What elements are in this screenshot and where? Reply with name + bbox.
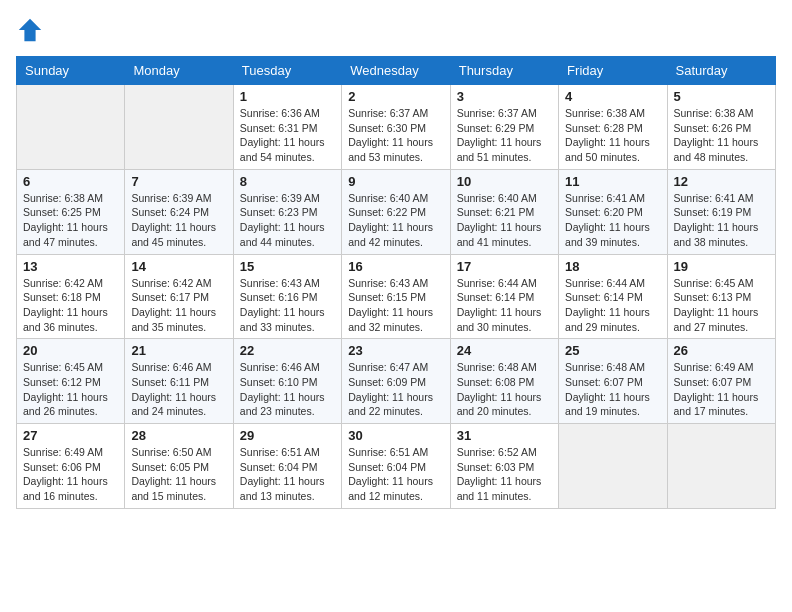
calendar-week-2: 6Sunrise: 6:38 AMSunset: 6:25 PMDaylight… bbox=[17, 169, 776, 254]
day-info: Sunrise: 6:41 AMSunset: 6:20 PMDaylight:… bbox=[565, 191, 660, 250]
calendar-cell: 8Sunrise: 6:39 AMSunset: 6:23 PMDaylight… bbox=[233, 169, 341, 254]
calendar-cell: 15Sunrise: 6:43 AMSunset: 6:16 PMDayligh… bbox=[233, 254, 341, 339]
day-number: 23 bbox=[348, 343, 443, 358]
day-info: Sunrise: 6:52 AMSunset: 6:03 PMDaylight:… bbox=[457, 445, 552, 504]
weekday-header-monday: Monday bbox=[125, 57, 233, 85]
calendar-cell bbox=[125, 85, 233, 170]
day-number: 19 bbox=[674, 259, 769, 274]
day-info: Sunrise: 6:48 AMSunset: 6:07 PMDaylight:… bbox=[565, 360, 660, 419]
calendar-cell: 30Sunrise: 6:51 AMSunset: 6:04 PMDayligh… bbox=[342, 424, 450, 509]
calendar-week-3: 13Sunrise: 6:42 AMSunset: 6:18 PMDayligh… bbox=[17, 254, 776, 339]
day-info: Sunrise: 6:37 AMSunset: 6:30 PMDaylight:… bbox=[348, 106, 443, 165]
day-info: Sunrise: 6:51 AMSunset: 6:04 PMDaylight:… bbox=[348, 445, 443, 504]
calendar-cell: 20Sunrise: 6:45 AMSunset: 6:12 PMDayligh… bbox=[17, 339, 125, 424]
day-number: 4 bbox=[565, 89, 660, 104]
day-info: Sunrise: 6:42 AMSunset: 6:17 PMDaylight:… bbox=[131, 276, 226, 335]
day-info: Sunrise: 6:47 AMSunset: 6:09 PMDaylight:… bbox=[348, 360, 443, 419]
day-number: 13 bbox=[23, 259, 118, 274]
calendar-cell: 31Sunrise: 6:52 AMSunset: 6:03 PMDayligh… bbox=[450, 424, 558, 509]
day-number: 10 bbox=[457, 174, 552, 189]
day-info: Sunrise: 6:40 AMSunset: 6:21 PMDaylight:… bbox=[457, 191, 552, 250]
day-info: Sunrise: 6:42 AMSunset: 6:18 PMDaylight:… bbox=[23, 276, 118, 335]
day-number: 12 bbox=[674, 174, 769, 189]
day-number: 21 bbox=[131, 343, 226, 358]
weekday-header-thursday: Thursday bbox=[450, 57, 558, 85]
calendar-cell: 7Sunrise: 6:39 AMSunset: 6:24 PMDaylight… bbox=[125, 169, 233, 254]
calendar-table: SundayMondayTuesdayWednesdayThursdayFrid… bbox=[16, 56, 776, 509]
day-info: Sunrise: 6:44 AMSunset: 6:14 PMDaylight:… bbox=[565, 276, 660, 335]
day-number: 18 bbox=[565, 259, 660, 274]
calendar-cell: 5Sunrise: 6:38 AMSunset: 6:26 PMDaylight… bbox=[667, 85, 775, 170]
day-number: 3 bbox=[457, 89, 552, 104]
day-number: 28 bbox=[131, 428, 226, 443]
logo-icon bbox=[16, 16, 44, 44]
calendar-cell: 2Sunrise: 6:37 AMSunset: 6:30 PMDaylight… bbox=[342, 85, 450, 170]
day-number: 25 bbox=[565, 343, 660, 358]
day-number: 27 bbox=[23, 428, 118, 443]
calendar-cell: 29Sunrise: 6:51 AMSunset: 6:04 PMDayligh… bbox=[233, 424, 341, 509]
weekday-header-sunday: Sunday bbox=[17, 57, 125, 85]
day-number: 2 bbox=[348, 89, 443, 104]
day-info: Sunrise: 6:49 AMSunset: 6:07 PMDaylight:… bbox=[674, 360, 769, 419]
day-info: Sunrise: 6:40 AMSunset: 6:22 PMDaylight:… bbox=[348, 191, 443, 250]
day-number: 22 bbox=[240, 343, 335, 358]
calendar-cell: 10Sunrise: 6:40 AMSunset: 6:21 PMDayligh… bbox=[450, 169, 558, 254]
calendar-cell: 3Sunrise: 6:37 AMSunset: 6:29 PMDaylight… bbox=[450, 85, 558, 170]
weekday-header-saturday: Saturday bbox=[667, 57, 775, 85]
day-info: Sunrise: 6:50 AMSunset: 6:05 PMDaylight:… bbox=[131, 445, 226, 504]
calendar-cell bbox=[17, 85, 125, 170]
day-number: 6 bbox=[23, 174, 118, 189]
calendar-week-4: 20Sunrise: 6:45 AMSunset: 6:12 PMDayligh… bbox=[17, 339, 776, 424]
day-number: 26 bbox=[674, 343, 769, 358]
day-number: 9 bbox=[348, 174, 443, 189]
calendar-cell: 13Sunrise: 6:42 AMSunset: 6:18 PMDayligh… bbox=[17, 254, 125, 339]
calendar-week-1: 1Sunrise: 6:36 AMSunset: 6:31 PMDaylight… bbox=[17, 85, 776, 170]
calendar-cell: 19Sunrise: 6:45 AMSunset: 6:13 PMDayligh… bbox=[667, 254, 775, 339]
day-number: 24 bbox=[457, 343, 552, 358]
calendar-cell: 4Sunrise: 6:38 AMSunset: 6:28 PMDaylight… bbox=[559, 85, 667, 170]
day-number: 8 bbox=[240, 174, 335, 189]
weekday-header-friday: Friday bbox=[559, 57, 667, 85]
calendar-cell: 23Sunrise: 6:47 AMSunset: 6:09 PMDayligh… bbox=[342, 339, 450, 424]
page-header bbox=[16, 16, 776, 44]
day-info: Sunrise: 6:37 AMSunset: 6:29 PMDaylight:… bbox=[457, 106, 552, 165]
logo bbox=[16, 16, 48, 44]
day-info: Sunrise: 6:39 AMSunset: 6:23 PMDaylight:… bbox=[240, 191, 335, 250]
day-info: Sunrise: 6:39 AMSunset: 6:24 PMDaylight:… bbox=[131, 191, 226, 250]
calendar-cell: 12Sunrise: 6:41 AMSunset: 6:19 PMDayligh… bbox=[667, 169, 775, 254]
calendar-week-5: 27Sunrise: 6:49 AMSunset: 6:06 PMDayligh… bbox=[17, 424, 776, 509]
day-number: 5 bbox=[674, 89, 769, 104]
calendar-cell: 17Sunrise: 6:44 AMSunset: 6:14 PMDayligh… bbox=[450, 254, 558, 339]
day-info: Sunrise: 6:36 AMSunset: 6:31 PMDaylight:… bbox=[240, 106, 335, 165]
weekday-header-wednesday: Wednesday bbox=[342, 57, 450, 85]
day-info: Sunrise: 6:48 AMSunset: 6:08 PMDaylight:… bbox=[457, 360, 552, 419]
calendar-cell: 9Sunrise: 6:40 AMSunset: 6:22 PMDaylight… bbox=[342, 169, 450, 254]
day-info: Sunrise: 6:43 AMSunset: 6:15 PMDaylight:… bbox=[348, 276, 443, 335]
calendar-cell: 21Sunrise: 6:46 AMSunset: 6:11 PMDayligh… bbox=[125, 339, 233, 424]
day-number: 29 bbox=[240, 428, 335, 443]
day-info: Sunrise: 6:51 AMSunset: 6:04 PMDaylight:… bbox=[240, 445, 335, 504]
calendar-cell: 22Sunrise: 6:46 AMSunset: 6:10 PMDayligh… bbox=[233, 339, 341, 424]
day-info: Sunrise: 6:44 AMSunset: 6:14 PMDaylight:… bbox=[457, 276, 552, 335]
calendar-cell: 1Sunrise: 6:36 AMSunset: 6:31 PMDaylight… bbox=[233, 85, 341, 170]
day-info: Sunrise: 6:46 AMSunset: 6:11 PMDaylight:… bbox=[131, 360, 226, 419]
day-info: Sunrise: 6:45 AMSunset: 6:13 PMDaylight:… bbox=[674, 276, 769, 335]
calendar-cell: 26Sunrise: 6:49 AMSunset: 6:07 PMDayligh… bbox=[667, 339, 775, 424]
day-number: 31 bbox=[457, 428, 552, 443]
day-number: 1 bbox=[240, 89, 335, 104]
calendar-cell: 16Sunrise: 6:43 AMSunset: 6:15 PMDayligh… bbox=[342, 254, 450, 339]
calendar-cell: 18Sunrise: 6:44 AMSunset: 6:14 PMDayligh… bbox=[559, 254, 667, 339]
day-number: 30 bbox=[348, 428, 443, 443]
day-number: 16 bbox=[348, 259, 443, 274]
day-info: Sunrise: 6:38 AMSunset: 6:26 PMDaylight:… bbox=[674, 106, 769, 165]
day-number: 20 bbox=[23, 343, 118, 358]
day-info: Sunrise: 6:38 AMSunset: 6:25 PMDaylight:… bbox=[23, 191, 118, 250]
day-info: Sunrise: 6:41 AMSunset: 6:19 PMDaylight:… bbox=[674, 191, 769, 250]
calendar-cell bbox=[667, 424, 775, 509]
svg-marker-0 bbox=[19, 19, 41, 41]
day-info: Sunrise: 6:46 AMSunset: 6:10 PMDaylight:… bbox=[240, 360, 335, 419]
calendar-cell: 28Sunrise: 6:50 AMSunset: 6:05 PMDayligh… bbox=[125, 424, 233, 509]
calendar-cell: 24Sunrise: 6:48 AMSunset: 6:08 PMDayligh… bbox=[450, 339, 558, 424]
weekday-header-tuesday: Tuesday bbox=[233, 57, 341, 85]
calendar-cell: 11Sunrise: 6:41 AMSunset: 6:20 PMDayligh… bbox=[559, 169, 667, 254]
